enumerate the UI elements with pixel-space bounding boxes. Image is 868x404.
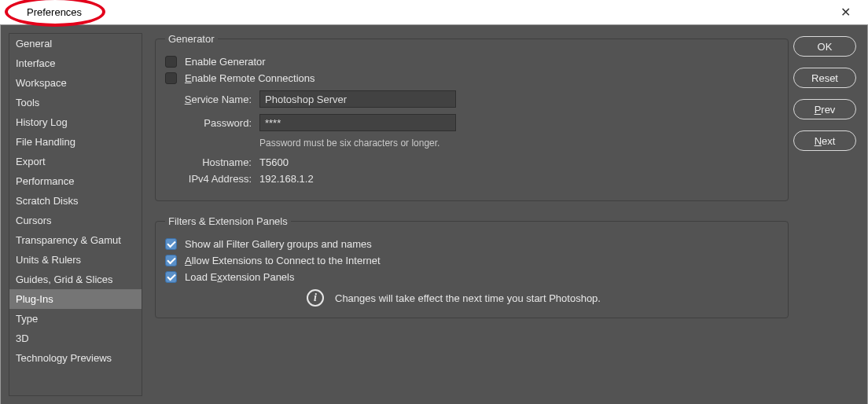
filters-legend: Filters & Extension Panels bbox=[165, 215, 291, 227]
close-icon[interactable]: ✕ bbox=[834, 2, 857, 23]
sidebar-item-transparency-gamut[interactable]: Transparency & Gamut bbox=[9, 230, 142, 250]
load-ext-label: Load Exxtension Panels bbox=[185, 271, 294, 283]
next-button[interactable]: Next bbox=[793, 130, 856, 151]
reset-button[interactable]: Reset bbox=[793, 68, 856, 88]
password-input[interactable] bbox=[259, 114, 456, 131]
sidebar-item-export[interactable]: Export bbox=[9, 152, 142, 171]
sidebar-item-3d[interactable]: 3D bbox=[9, 329, 142, 348]
show-all-label: Show all Filter Gallery groups and names bbox=[185, 238, 372, 250]
service-name-input[interactable] bbox=[259, 90, 456, 108]
service-name-label: Service Name: bbox=[165, 94, 252, 105]
enable-generator-label: Enable Generator bbox=[185, 56, 266, 68]
enable-remote-label: Enable Remote Connections bbox=[185, 72, 315, 84]
sidebar-item-plug-ins[interactable]: Plug-Ins bbox=[9, 289, 142, 309]
show-all-checkbox[interactable] bbox=[165, 238, 177, 250]
hostname-value: T5600 bbox=[259, 156, 289, 168]
enable-generator-checkbox[interactable] bbox=[165, 56, 177, 68]
sidebar-item-performance[interactable]: Performance bbox=[9, 171, 142, 191]
generator-group: Generator Enable Generator Enable Remote… bbox=[155, 33, 789, 201]
sidebar-item-interface[interactable]: Interface bbox=[9, 53, 142, 73]
sidebar-item-tools[interactable]: Tools bbox=[9, 93, 142, 112]
sidebar-item-scratch-disks[interactable]: Scratch Disks bbox=[9, 191, 142, 211]
load-ext-checkbox[interactable] bbox=[165, 271, 177, 283]
password-label: Password: bbox=[165, 117, 252, 129]
password-hint: Password must be six characters or longe… bbox=[259, 138, 778, 149]
ok-button[interactable]: OK bbox=[793, 36, 856, 57]
info-text: Changes will take effect the next time y… bbox=[335, 292, 601, 304]
allow-ext-label: Allow Extensions to Connect to the Inter… bbox=[185, 255, 381, 266]
enable-remote-checkbox[interactable] bbox=[165, 72, 177, 84]
generator-legend: Generator bbox=[165, 33, 218, 45]
preferences-sidebar: General Interface Workspace Tools Histor… bbox=[9, 33, 142, 396]
sidebar-item-file-handling[interactable]: File Handling bbox=[9, 132, 142, 152]
sidebar-item-type[interactable]: Type bbox=[9, 309, 142, 329]
info-icon: i bbox=[307, 289, 324, 307]
sidebar-item-units-rulers[interactable]: Units & Rulers bbox=[9, 250, 142, 270]
sidebar-item-technology-previews[interactable]: Technology Previews bbox=[9, 348, 142, 368]
sidebar-item-guides-grid-slices[interactable]: Guides, Grid & Slices bbox=[9, 270, 142, 289]
window-title: Preferences bbox=[27, 6, 82, 18]
sidebar-item-cursors[interactable]: Cursors bbox=[9, 211, 142, 230]
ipv4-value: 192.168.1.2 bbox=[259, 173, 314, 185]
hostname-label: Hostname: bbox=[165, 156, 252, 168]
filters-group: Filters & Extension Panels Show all Filt… bbox=[155, 215, 789, 318]
main-pane: Generator Enable Generator Enable Remote… bbox=[150, 33, 793, 396]
ipv4-label: IPv4 Address: bbox=[165, 173, 252, 185]
allow-ext-checkbox[interactable] bbox=[165, 255, 177, 266]
dialog-buttons: OK Reset Prev Next bbox=[793, 33, 856, 396]
sidebar-item-history-log[interactable]: History Log bbox=[9, 112, 142, 132]
sidebar-item-general[interactable]: General bbox=[9, 34, 142, 53]
sidebar-item-workspace[interactable]: Workspace bbox=[9, 73, 142, 93]
prev-button[interactable]: Prev bbox=[793, 99, 856, 119]
